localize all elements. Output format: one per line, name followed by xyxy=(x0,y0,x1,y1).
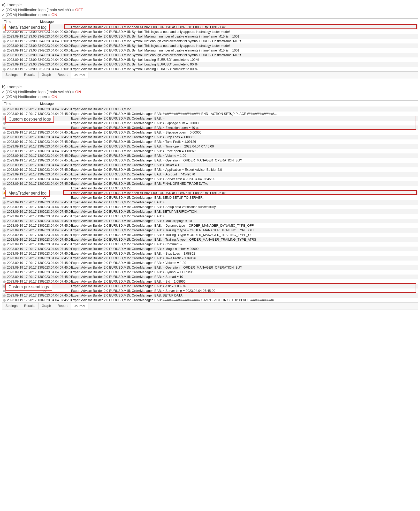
tab-journal[interactable]: Journal xyxy=(71,72,89,78)
log-row[interactable]: 2023.09.19 17:20:17.1302023.04.04 07:45:… xyxy=(2,200,418,205)
log-message: Expert Advisor Builder 2.0 EURUSD,M15: S… xyxy=(71,43,418,48)
log-row[interactable]: 2023.09.19 17:23:00.3342023.04.04 00:00:… xyxy=(2,48,418,53)
log-row[interactable]: 2023.09.19 17:23:00.3342023.04.04 00:00:… xyxy=(2,43,418,48)
log-row[interactable]: Expert Advisor Builder 2.0 EURUSD,M15: O… xyxy=(2,121,418,125)
log-message: Expert Advisor Builder 2.0 EURUSD,M15: O… xyxy=(71,256,418,261)
info-icon xyxy=(2,284,6,288)
log-server-time: 2023.04.04 07:45:00 xyxy=(43,135,71,139)
log-row[interactable]: 00Expert Advisor Builder 2.0 EURUSD,M15:… xyxy=(2,195,418,200)
log-row[interactable]: 2023.09.19 17:20:17.1302023.04.04 07:45:… xyxy=(2,153,418,158)
log-row[interactable]: 2023.09.19 17:20:17.1302023.04.04 07:45:… xyxy=(2,265,418,270)
log-time: 2023.09.19 17:20:17.130 xyxy=(6,167,43,172)
log-row[interactable]: 2023.09.19 17:20:17.1302023.04.04 07:45:… xyxy=(2,275,418,279)
log-row[interactable]: 00Expert Advisor Builder 2.0 EURUSD,M15:… xyxy=(2,25,418,29)
log-row[interactable]: 2023.09.19 17:20:17.1302023.04.04 07:45:… xyxy=(2,279,418,284)
log-row[interactable]: 2023.09.19 17:20:17.1302023.04.04 07:45:… xyxy=(2,107,418,112)
tab-graph[interactable]: Graph xyxy=(39,303,54,309)
log-row[interactable]: 2023.09.19 17:20:17.1302023.04.04 07:45:… xyxy=(2,112,418,116)
section-title: b) Example xyxy=(2,85,418,89)
log-row[interactable]: 2023.09.19 17:20:17.1302023.04.04 07:45:… xyxy=(2,298,418,302)
tab-journal[interactable]: Journal xyxy=(71,303,89,309)
log-time: 2023.09.19 17:20:17.130 xyxy=(6,144,43,149)
log-row[interactable]: 2023.09.19 17:20:17.1302023.04.04 07:45:… xyxy=(2,251,418,256)
log-row[interactable]: 2023.09.19 17:20:17.1302023.04.04 07:45:… xyxy=(2,163,418,167)
log-time: 2023.09.19 17:23:00.334 xyxy=(6,53,43,57)
log-row[interactable]: 2023.09.19 17:20:17.1302023.04.04 07:45:… xyxy=(2,139,418,144)
log-row[interactable]: Expert Advisor Builder 2.0 EURUSD,M15: O… xyxy=(2,125,418,130)
log-time: 2023.09.19 17:20:17.130 xyxy=(6,139,43,144)
log-row[interactable]: 2023.09.19 17:20:17.1302023.04.04 07:45:… xyxy=(2,237,418,242)
log-row[interactable]: 2023.09.19 17:20:17.1302023.04.04 07:45:… xyxy=(2,256,418,261)
log-row[interactable]: 2023.09.19 17:23:00.3342023.04.04 00:00:… xyxy=(2,34,418,39)
log-row[interactable]: 2023.09.19 17:23:00.3342023.04.04 00:00:… xyxy=(2,53,418,57)
log-message: Expert Advisor Builder 2.0 EURUSD,M15: O… xyxy=(71,265,418,270)
col-header-time[interactable]: Time xyxy=(2,101,39,107)
log-row[interactable]: 00Expert Advisor Builder 2.0 EURUSD,M15:… xyxy=(2,288,418,293)
log-server-time: 2023.04.04 07:45:00 xyxy=(43,247,71,251)
log-row[interactable]: 2023.09.19 17:20:17.1302023.04.04 07:45:… xyxy=(2,149,418,153)
journal-rows: 00Expert Advisor Builder 2.0 EURUSD,M15:… xyxy=(2,25,418,71)
log-row[interactable]: 2023.09.19 17:20:17.1302023.04.04 07:45:… xyxy=(2,181,418,186)
log-row[interactable]: 2023.09.19 17:20:17.1302023.04.04 07:45:… xyxy=(2,214,418,219)
log-row[interactable]: 2023.09.19 17:20:17.1302023.04.04 07:45:… xyxy=(2,130,418,135)
log-row[interactable]: Expert Advisor Builder 2.0 EURUSD,M15: O… xyxy=(2,116,418,121)
log-message: Expert Advisor Builder 2.0 EURUSD,M15: O… xyxy=(71,205,418,209)
tab-graph[interactable]: Graph xyxy=(39,72,54,78)
info-icon xyxy=(2,172,6,177)
log-row[interactable]: 2023.09.19 17:20:17.1302023.04.04 07:45:… xyxy=(2,158,418,163)
tab-results[interactable]: Results xyxy=(21,303,39,309)
log-row[interactable]: 2023.09.19 17:20:17.1302023.04.04 07:45:… xyxy=(2,172,418,177)
log-row[interactable]: 2023.09.19 17:20:17.1302023.04.04 07:45:… xyxy=(2,261,418,265)
log-row[interactable]: 2023.09.19 17:23:00.3342023.04.04 00:00:… xyxy=(2,29,418,34)
log-row[interactable]: 2023.09.19 17:20:17.1302023.04.04 07:45:… xyxy=(2,177,418,181)
log-row[interactable]: 2023.09.19 17:20:17.1302023.04.04 07:45:… xyxy=(2,209,418,214)
log-row[interactable]: 2023.09.19 17:20:17.1302023.04.04 07:45:… xyxy=(2,228,418,233)
tab-results[interactable]: Results xyxy=(21,72,39,78)
log-server-time: 2023.04.04 07:45:00 xyxy=(43,112,71,116)
col-header-time[interactable]: Time xyxy=(2,19,39,25)
log-server-time: 2023.04.04 07:45:00 xyxy=(43,172,71,177)
log-row[interactable]: 2023.09.19 17:20:17.1302023.04.04 07:45:… xyxy=(2,270,418,275)
log-server-time: 2023.04.04 07:45:00 xyxy=(43,298,71,302)
log-server-time: 2023.04.04 07:45:00 xyxy=(43,270,71,275)
log-server-time: 00 xyxy=(43,191,71,195)
log-message: Expert Advisor Builder 2.0 EURUSD,M15: O… xyxy=(71,284,418,288)
log-message: Expert Advisor Builder 2.0 EURUSD,M15: O… xyxy=(71,261,418,265)
log-row[interactable]: 2023.09.19 17:20:17.1302023.04.04 07:45:… xyxy=(2,144,418,149)
log-time: 2023.09.19 17:20:17.130 xyxy=(6,163,43,167)
log-row[interactable]: 2023.09.19 17:20:17.1302023.04.04 07:45:… xyxy=(2,233,418,237)
col-header-message[interactable]: Message xyxy=(39,101,418,107)
log-row[interactable]: 00Expert Advisor Builder 2.0 EURUSD,M15:… xyxy=(2,191,418,195)
log-server-time: 2023.04.04 00:00:00 xyxy=(43,48,71,53)
info-icon xyxy=(2,130,6,135)
log-row[interactable]: 2023.09.19 17:20:17.1302023.04.04 07:45:… xyxy=(2,167,418,172)
log-row[interactable]: 2023.09.19 17:20:17.1302023.04.04 07:45:… xyxy=(2,223,418,228)
log-row[interactable]: 2023.09.19 17:20:17.1302023.04.04 07:45:… xyxy=(2,242,418,247)
log-row[interactable]: 2023.09.19 17:20:17.1302023.04.04 07:45:… xyxy=(2,205,418,209)
log-row[interactable]: 2023.09.19 17:23:00.3312023.04.04 00:00:… xyxy=(2,67,418,71)
tab-settings[interactable]: Settings xyxy=(2,72,21,78)
info-icon xyxy=(2,181,6,186)
info-icon xyxy=(2,279,6,284)
log-server-time: 2023.04.04 07:45:00 xyxy=(43,167,71,172)
tab-settings[interactable]: Settings xyxy=(2,303,21,309)
log-server-time: 2023.04.04 00:00:00 xyxy=(43,39,71,43)
info-icon xyxy=(2,53,6,57)
log-row[interactable]: 2023.09.19 17:20:17.1302023.04.04 07:45:… xyxy=(2,219,418,223)
tab-report[interactable]: Report xyxy=(54,303,71,309)
log-time: 2023.09.19 17:20:17.130 xyxy=(6,247,43,251)
log-row[interactable]: 2023.09.19 17:20:17.1302023.04.04 07:45:… xyxy=(2,293,418,298)
log-time: 2023.09.19 17:20:17.130 xyxy=(6,158,43,163)
log-row[interactable]: 2023.09.19 17:23:00.3342023.04.04 00:00:… xyxy=(2,57,418,62)
log-row[interactable]: 2023.09.19 17:23:00.3342023.04.04 00:00:… xyxy=(2,39,418,43)
journal-header: Time Message xyxy=(2,101,418,107)
col-header-message[interactable]: Message xyxy=(39,19,418,25)
info-icon xyxy=(2,116,6,121)
log-row[interactable]: 2023.09.19 17:20:17.1302023.04.04 07:45:… xyxy=(2,247,418,251)
log-row[interactable]: Expert Advisor Builder 2.0 EURUSD,M15: xyxy=(2,186,418,191)
log-row[interactable]: 2023.09.19 17:23:00.3342023.04.04 00:00:… xyxy=(2,62,418,67)
tab-report[interactable]: Report xyxy=(54,72,71,78)
log-time: 2023.09.19 17:20:17.130 xyxy=(6,153,43,158)
log-row[interactable]: 2023.09.19 17:20:17.1302023.04.04 07:45:… xyxy=(2,135,418,139)
log-row[interactable]: 00Expert Advisor Builder 2.0 EURUSD,M15:… xyxy=(2,284,418,288)
